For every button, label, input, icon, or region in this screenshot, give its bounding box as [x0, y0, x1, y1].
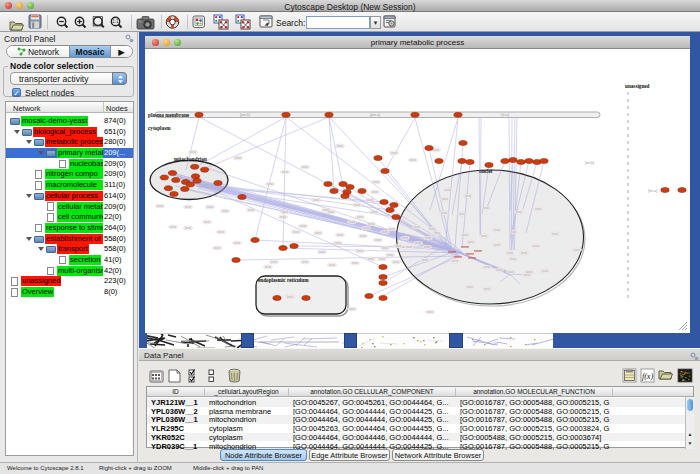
svg-text:[m-a]: [m-a] [501, 113, 509, 117]
svg-text:[mt-a]: [mt-a] [648, 189, 657, 193]
svg-text:1:1: 1:1 [112, 19, 119, 24]
svg-text:endoplasmic reticulum: endoplasmic reticulum [258, 277, 309, 283]
svg-text:plasma membrane: plasma membrane [148, 112, 190, 118]
svg-text:cytoplasm: cytoplasm [148, 125, 171, 131]
svg-text:unassigned: unassigned [625, 83, 650, 89]
svg-text:f(x): f(x) [642, 372, 653, 381]
svg-text:[mt-b]: [mt-b] [585, 161, 594, 165]
svg-text:[pm-a]: [pm-a] [370, 113, 380, 117]
svg-text:[pm-b]: [pm-b] [240, 113, 250, 117]
svg-text:mitochondrion: mitochondrion [174, 156, 207, 162]
